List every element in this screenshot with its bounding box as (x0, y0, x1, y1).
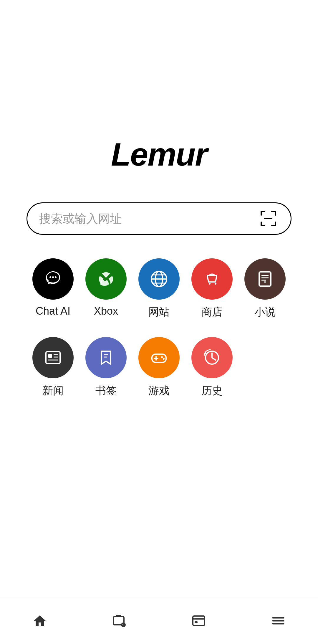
menu-icon (269, 611, 288, 630)
news-icon (32, 337, 74, 378)
search-placeholder: 搜索或输入网址 (39, 211, 258, 227)
nav-cards[interactable] (178, 606, 219, 635)
shortcut-game[interactable]: 游戏 (132, 337, 186, 398)
svg-point-11 (55, 276, 57, 278)
shortcuts-row-2: 新闻 书签 (26, 337, 292, 398)
shortcuts-grid: Chat AI Xbox (26, 258, 292, 398)
shortcut-label-chat-ai: Chat AI (36, 305, 70, 317)
shortcut-label-shop: 商店 (201, 305, 223, 319)
svg-point-35 (163, 358, 165, 360)
shortcut-bookmark[interactable]: 书签 (80, 337, 132, 398)
shortcut-label-news: 新闻 (42, 384, 64, 398)
svg-point-19 (215, 283, 216, 285)
logo-area: Lemur (111, 136, 207, 173)
svg-rect-1 (261, 211, 262, 216)
svg-rect-40 (193, 616, 205, 625)
svg-rect-24 (46, 352, 60, 364)
shortcut-shop[interactable]: 商店 (186, 258, 238, 319)
shortcut-label-bookmark: 书签 (95, 384, 117, 398)
home-icon (30, 611, 49, 630)
nav-home[interactable] (19, 606, 60, 635)
shortcuts-row-1: Chat AI Xbox (26, 258, 292, 319)
svg-rect-5 (261, 222, 262, 226)
nav-tabs[interactable]: 1 (99, 606, 140, 635)
bookmark-icon (85, 337, 127, 378)
xbox-icon (85, 258, 127, 300)
brand-logo: Lemur (111, 136, 207, 173)
shortcut-website[interactable]: 网站 (132, 258, 186, 319)
website-icon (138, 258, 180, 300)
svg-rect-20 (259, 272, 271, 286)
svg-rect-25 (48, 354, 52, 358)
search-bar-wrapper: 搜索或输入网址 (26, 202, 292, 235)
svg-rect-3 (275, 211, 276, 216)
scan-icon (259, 210, 277, 227)
nav-menu[interactable] (258, 606, 299, 635)
shortcut-news[interactable]: 新闻 (26, 337, 80, 398)
game-icon (138, 337, 180, 378)
shortcut-label-novel: 小说 (254, 305, 276, 319)
svg-rect-42 (195, 621, 198, 623)
shortcut-novel[interactable]: 小说 (238, 258, 292, 319)
shop-icon (191, 258, 233, 300)
svg-point-34 (161, 356, 163, 358)
svg-rect-8 (264, 218, 272, 219)
svg-rect-7 (275, 222, 276, 226)
svg-point-9 (49, 276, 51, 278)
scan-icon-button[interactable] (258, 208, 279, 229)
svg-point-18 (209, 283, 211, 285)
search-bar[interactable]: 搜索或输入网址 (26, 202, 292, 235)
shortcut-label-history: 历史 (201, 384, 223, 398)
shortcut-label-xbox: Xbox (94, 305, 118, 317)
shortcut-chat-ai[interactable]: Chat AI (26, 258, 80, 319)
bottom-nav: 1 (0, 597, 318, 644)
tabs-icon: 1 (110, 611, 129, 630)
shortcut-history[interactable]: 历史 (186, 337, 238, 398)
svg-point-10 (52, 276, 54, 278)
chat-ai-icon (32, 258, 74, 300)
cards-icon (189, 611, 208, 630)
svg-text:1: 1 (122, 624, 124, 627)
history-icon (191, 337, 233, 378)
novel-icon (244, 258, 286, 300)
shortcut-label-website: 网站 (148, 305, 170, 319)
shortcut-xbox[interactable]: Xbox (80, 258, 132, 319)
shortcut-label-game: 游戏 (148, 384, 170, 398)
